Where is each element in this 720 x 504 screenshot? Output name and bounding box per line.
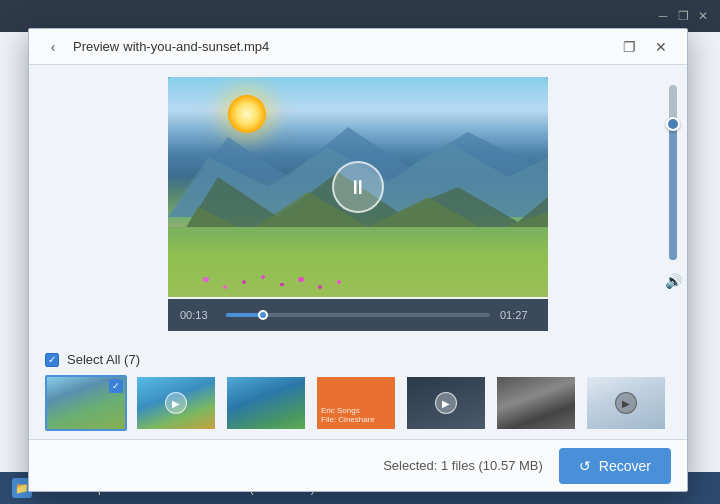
dialog-window-controls: ❐ ✕ xyxy=(615,35,675,59)
thumbnail-section: ✓ Select All (7) ✓ ▶ Eric SongsFile: Cin… xyxy=(29,342,687,439)
select-all-row: ✓ Select All (7) xyxy=(45,352,671,367)
thumb-bg-6 xyxy=(497,377,575,429)
progress-thumb[interactable] xyxy=(258,310,268,320)
volume-fill xyxy=(669,129,677,260)
progress-bar-container: 00:13 01:27 xyxy=(168,299,548,331)
volume-thumb[interactable] xyxy=(666,117,680,131)
thumbnail-2[interactable]: ▶ xyxy=(135,375,217,431)
thumb-play-5: ▶ xyxy=(435,392,457,414)
bg-minimize-button[interactable]: ─ xyxy=(656,9,670,23)
close-button[interactable]: ✕ xyxy=(647,35,675,59)
thumbnails-row: ✓ ▶ Eric SongsFile: Cineshare ▶ xyxy=(45,375,671,431)
dialog-title: Preview xyxy=(73,39,119,54)
bg-close-button[interactable]: ✕ xyxy=(696,9,710,23)
thumbnail-3[interactable] xyxy=(225,375,307,431)
progress-track[interactable] xyxy=(226,313,490,317)
current-time: 00:13 xyxy=(180,309,216,321)
thumb-check-1: ✓ xyxy=(109,379,123,393)
play-pause-button[interactable]: ⏸ xyxy=(332,161,384,213)
flowers-decoration xyxy=(168,247,548,297)
recover-label: Recover xyxy=(599,458,651,474)
video-container: ⏸ 🔊 00:13 01:27 xyxy=(29,65,687,342)
action-bar: Selected: 1 files (10.57 MB) ↺ Recover xyxy=(29,439,687,491)
volume-icon: 🔊 xyxy=(665,273,682,289)
thumb-play-2: ▶ xyxy=(165,392,187,414)
bg-restore-button[interactable]: ❐ xyxy=(676,9,690,23)
back-button[interactable]: ‹ xyxy=(41,35,65,59)
recover-icon: ↺ xyxy=(579,458,591,474)
volume-track[interactable] xyxy=(669,85,677,260)
video-player[interactable]: ⏸ xyxy=(168,77,548,297)
dialog-titlebar: ‹ Preview with-you-and-sunset.mp4 ❐ ✕ xyxy=(29,29,687,65)
thumbnail-5[interactable]: ▶ xyxy=(405,375,487,431)
thumb-text-4: Eric SongsFile: Cineshare xyxy=(321,406,375,425)
thumb-bg-3 xyxy=(227,377,305,429)
meadow-decoration xyxy=(168,227,548,297)
restore-button[interactable]: ❐ xyxy=(615,35,643,59)
select-all-checkbox[interactable]: ✓ xyxy=(45,353,59,367)
recover-button[interactable]: ↺ Recover xyxy=(559,448,671,484)
total-time: 01:27 xyxy=(500,309,536,321)
thumbnail-1[interactable]: ✓ xyxy=(45,375,127,431)
thumbnail-6[interactable] xyxy=(495,375,577,431)
dialog-filename: with-you-and-sunset.mp4 xyxy=(123,39,269,54)
preview-dialog: ‹ Preview with-you-and-sunset.mp4 ❐ ✕ xyxy=(28,28,688,492)
thumbnail-7[interactable]: ▶ xyxy=(585,375,667,431)
bg-titlebar-controls: ─ ❐ ✕ xyxy=(656,9,710,23)
pause-icon: ⏸ xyxy=(348,176,368,199)
select-all-label: Select All (7) xyxy=(67,352,140,367)
thumbnail-4[interactable]: Eric SongsFile: Cineshare xyxy=(315,375,397,431)
thumb-play-7: ▶ xyxy=(615,392,637,414)
volume-slider-container: 🔊 xyxy=(659,77,687,297)
selected-info: Selected: 1 files (10.57 MB) xyxy=(383,458,543,473)
